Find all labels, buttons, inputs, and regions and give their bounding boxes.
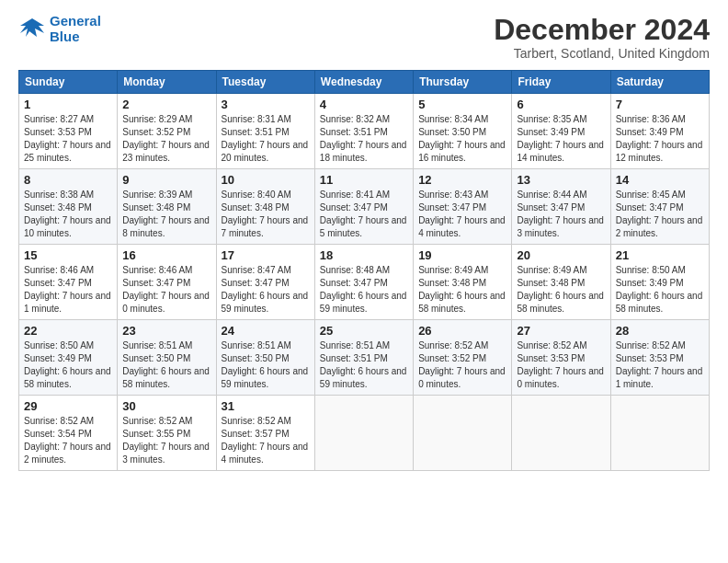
day-info: Sunrise: 8:43 AMSunset: 3:47 PMDaylight:…: [418, 189, 506, 240]
calendar-cell: [414, 396, 512, 471]
calendar-cell: 25Sunrise: 8:51 AMSunset: 3:51 PMDayligh…: [314, 320, 413, 396]
logo-line1: General: [50, 13, 101, 29]
calendar-cell: 24Sunrise: 8:51 AMSunset: 3:50 PMDayligh…: [216, 320, 314, 396]
calendar-cell: 14Sunrise: 8:45 AMSunset: 3:47 PMDayligh…: [610, 169, 709, 245]
day-info: Sunrise: 8:50 AMSunset: 3:49 PMDaylight:…: [616, 264, 704, 316]
calendar-cell: 20Sunrise: 8:49 AMSunset: 3:48 PMDayligh…: [512, 245, 610, 320]
calendar-cell: [512, 396, 610, 471]
day-info: Sunrise: 8:51 AMSunset: 3:51 PMDaylight:…: [320, 339, 408, 391]
calendar-cell: 8Sunrise: 8:38 AMSunset: 3:48 PMDaylight…: [19, 169, 118, 245]
page: General Blue December 2024 Tarbert, Scot…: [0, 0, 728, 563]
day-number: 24: [222, 324, 310, 338]
calendar-cell: 11Sunrise: 8:41 AMSunset: 3:47 PMDayligh…: [314, 169, 413, 245]
day-number: 22: [24, 324, 112, 338]
calendar-week-row: 15Sunrise: 8:46 AMSunset: 3:47 PMDayligh…: [19, 245, 710, 320]
month-title: December 2024: [494, 14, 710, 46]
calendar-cell: 31Sunrise: 8:52 AMSunset: 3:57 PMDayligh…: [216, 396, 314, 471]
calendar-cell: 22Sunrise: 8:50 AMSunset: 3:49 PMDayligh…: [19, 320, 118, 396]
day-info: Sunrise: 8:51 AMSunset: 3:50 PMDaylight:…: [122, 339, 210, 391]
calendar-cell: 28Sunrise: 8:52 AMSunset: 3:53 PMDayligh…: [610, 320, 709, 396]
day-number: 26: [418, 324, 506, 338]
calendar-cell: 1Sunrise: 8:27 AMSunset: 3:53 PMDaylight…: [19, 94, 118, 169]
day-number: 2: [122, 98, 210, 111]
calendar-week-row: 8Sunrise: 8:38 AMSunset: 3:48 PMDaylight…: [19, 169, 710, 245]
calendar-cell: 19Sunrise: 8:49 AMSunset: 3:48 PMDayligh…: [414, 245, 512, 320]
day-number: 13: [517, 173, 605, 187]
day-number: 3: [222, 98, 310, 111]
day-number: 27: [517, 324, 605, 338]
day-info: Sunrise: 8:31 AMSunset: 3:51 PMDaylight:…: [222, 113, 310, 165]
day-info: Sunrise: 8:52 AMSunset: 3:55 PMDaylight:…: [122, 415, 210, 466]
calendar-cell: 21Sunrise: 8:50 AMSunset: 3:49 PMDayligh…: [610, 245, 709, 320]
day-info: Sunrise: 8:49 AMSunset: 3:48 PMDaylight:…: [418, 264, 506, 316]
calendar-table: SundayMondayTuesdayWednesdayThursdayFrid…: [18, 70, 710, 471]
day-info: Sunrise: 8:46 AMSunset: 3:47 PMDaylight:…: [24, 264, 112, 316]
day-number: 5: [418, 98, 506, 111]
day-info: Sunrise: 8:34 AMSunset: 3:50 PMDaylight:…: [418, 113, 506, 165]
calendar-week-row: 1Sunrise: 8:27 AMSunset: 3:53 PMDaylight…: [19, 94, 710, 169]
day-number: 17: [222, 248, 310, 262]
calendar-cell: 6Sunrise: 8:35 AMSunset: 3:49 PMDaylight…: [512, 94, 610, 169]
day-info: Sunrise: 8:29 AMSunset: 3:52 PMDaylight:…: [122, 113, 210, 165]
day-info: Sunrise: 8:39 AMSunset: 3:48 PMDaylight:…: [122, 189, 210, 240]
calendar-cell: 23Sunrise: 8:51 AMSunset: 3:50 PMDayligh…: [118, 320, 216, 396]
weekday-header: Friday: [512, 71, 610, 94]
day-info: Sunrise: 8:52 AMSunset: 3:53 PMDaylight:…: [517, 339, 605, 391]
calendar-cell: 4Sunrise: 8:32 AMSunset: 3:51 PMDaylight…: [314, 94, 413, 169]
logo-icon: [18, 17, 46, 42]
day-info: Sunrise: 8:44 AMSunset: 3:47 PMDaylight:…: [517, 189, 605, 240]
day-number: 7: [616, 98, 704, 111]
day-info: Sunrise: 8:51 AMSunset: 3:50 PMDaylight:…: [222, 339, 310, 391]
calendar-cell: 3Sunrise: 8:31 AMSunset: 3:51 PMDaylight…: [216, 94, 314, 169]
calendar-cell: 5Sunrise: 8:34 AMSunset: 3:50 PMDaylight…: [414, 94, 512, 169]
day-info: Sunrise: 8:49 AMSunset: 3:48 PMDaylight:…: [517, 264, 605, 316]
day-info: Sunrise: 8:52 AMSunset: 3:52 PMDaylight:…: [418, 339, 506, 391]
svg-marker-0: [20, 18, 44, 37]
calendar-cell: 18Sunrise: 8:48 AMSunset: 3:47 PMDayligh…: [314, 245, 413, 320]
day-info: Sunrise: 8:32 AMSunset: 3:51 PMDaylight:…: [320, 113, 408, 165]
calendar-cell: 15Sunrise: 8:46 AMSunset: 3:47 PMDayligh…: [19, 245, 118, 320]
day-number: 30: [122, 399, 210, 413]
weekday-header: Saturday: [610, 71, 709, 94]
day-number: 10: [222, 173, 310, 187]
day-number: 11: [320, 173, 408, 187]
day-number: 15: [24, 248, 112, 262]
calendar-cell: 13Sunrise: 8:44 AMSunset: 3:47 PMDayligh…: [512, 169, 610, 245]
logo-text: General Blue: [50, 14, 101, 44]
weekday-header: Thursday: [414, 71, 512, 94]
day-number: 29: [24, 399, 112, 413]
weekday-header: Sunday: [19, 71, 118, 94]
title-area: December 2024 Tarbert, Scotland, United …: [494, 14, 710, 61]
calendar-cell: 2Sunrise: 8:29 AMSunset: 3:52 PMDaylight…: [118, 94, 216, 169]
calendar-cell: 12Sunrise: 8:43 AMSunset: 3:47 PMDayligh…: [414, 169, 512, 245]
day-info: Sunrise: 8:27 AMSunset: 3:53 PMDaylight:…: [24, 113, 112, 165]
calendar-week-row: 29Sunrise: 8:52 AMSunset: 3:54 PMDayligh…: [19, 396, 710, 471]
day-number: 31: [222, 399, 310, 413]
header: General Blue December 2024 Tarbert, Scot…: [18, 14, 710, 61]
day-info: Sunrise: 8:36 AMSunset: 3:49 PMDaylight:…: [616, 113, 704, 165]
calendar-cell: 30Sunrise: 8:52 AMSunset: 3:55 PMDayligh…: [118, 396, 216, 471]
day-number: 9: [122, 173, 210, 187]
day-number: 18: [320, 248, 408, 262]
calendar-cell: 10Sunrise: 8:40 AMSunset: 3:48 PMDayligh…: [216, 169, 314, 245]
logo: General Blue: [18, 14, 101, 44]
day-number: 21: [616, 248, 704, 262]
day-info: Sunrise: 8:40 AMSunset: 3:48 PMDaylight:…: [222, 189, 310, 240]
weekday-header-row: SundayMondayTuesdayWednesdayThursdayFrid…: [19, 71, 710, 94]
day-number: 6: [517, 98, 605, 111]
day-number: 19: [418, 248, 506, 262]
day-number: 25: [320, 324, 408, 338]
weekday-header: Tuesday: [216, 71, 314, 94]
day-info: Sunrise: 8:52 AMSunset: 3:57 PMDaylight:…: [222, 415, 310, 466]
day-number: 28: [616, 324, 704, 338]
calendar-cell: 27Sunrise: 8:52 AMSunset: 3:53 PMDayligh…: [512, 320, 610, 396]
calendar-cell: 29Sunrise: 8:52 AMSunset: 3:54 PMDayligh…: [19, 396, 118, 471]
logo-line2: Blue: [50, 29, 80, 44]
location-subtitle: Tarbert, Scotland, United Kingdom: [494, 46, 710, 61]
calendar-cell: [610, 396, 709, 471]
day-number: 4: [320, 98, 408, 111]
day-info: Sunrise: 8:48 AMSunset: 3:47 PMDaylight:…: [320, 264, 408, 316]
day-number: 20: [517, 248, 605, 262]
day-number: 16: [122, 248, 210, 262]
day-info: Sunrise: 8:50 AMSunset: 3:49 PMDaylight:…: [24, 339, 112, 391]
